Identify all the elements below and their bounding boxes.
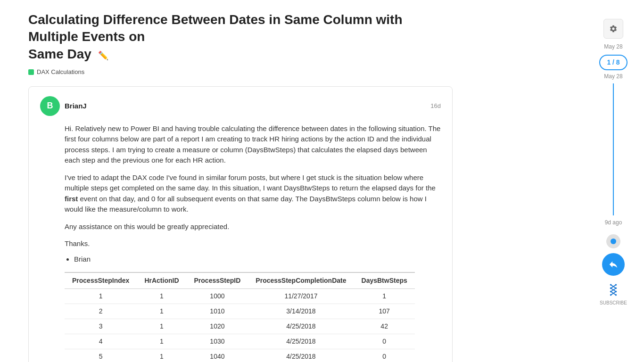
- table-cell-1: 1: [137, 349, 186, 362]
- table-cell-2: 1040: [187, 349, 248, 362]
- timeline-line: [613, 83, 614, 215]
- table-cell-0: 1: [65, 289, 137, 304]
- table-cell-0: 5: [65, 349, 137, 362]
- svg-point-3: [610, 288, 612, 289]
- data-table: ProcessStepIndex HrActionID ProcessStepI…: [65, 272, 415, 362]
- table-row: 4110304/25/20180: [65, 334, 415, 349]
- bullet-item: Brian: [74, 254, 441, 265]
- settings-button[interactable]: [603, 19, 623, 39]
- table-cell-3: 3/14/2018: [248, 304, 354, 319]
- svg-point-1: [615, 284, 617, 286]
- svg-point-6: [615, 294, 617, 296]
- post-header: B BrianJ 16d: [40, 96, 441, 116]
- svg-point-4: [610, 291, 612, 293]
- svg-point-0: [610, 284, 612, 286]
- table-cell-4: 1: [354, 289, 415, 304]
- svg-point-7: [610, 294, 612, 296]
- body-paragraph-4: Thanks.: [65, 239, 441, 249]
- avatar: B: [40, 96, 60, 116]
- bullet-list: Brian: [74, 254, 441, 265]
- col-header-4: ProcessStepCompletionDate: [248, 272, 354, 289]
- table-cell-1: 1: [137, 304, 186, 319]
- svg-point-2: [615, 288, 617, 289]
- subscribe-label: SUBSCRIBE: [600, 299, 627, 306]
- table-cell-0: 3: [65, 319, 137, 334]
- table-cell-1: 1: [137, 289, 186, 304]
- col-header-2: HrActionID: [137, 272, 186, 289]
- post-title: Calculating Difference Between Dates in …: [28, 11, 453, 63]
- table-cell-3: 4/25/2018: [248, 334, 354, 349]
- reply-button[interactable]: [602, 253, 625, 276]
- table-cell-3: 4/25/2018: [248, 349, 354, 362]
- table-cell-2: 1010: [187, 304, 248, 319]
- category-tag[interactable]: DAX Calculations: [28, 67, 84, 77]
- table-cell-4: 0: [354, 349, 415, 362]
- notification-dot-inner: [611, 239, 616, 244]
- table-cell-3: 11/27/2017: [248, 289, 354, 304]
- table-row: 5110404/25/20180: [65, 349, 415, 362]
- table-cell-2: 1020: [187, 319, 248, 334]
- col-header-3: ProcessStepID: [187, 272, 248, 289]
- table-cell-2: 1030: [187, 334, 248, 349]
- col-header-1: ProcessStepIndex: [65, 272, 137, 289]
- table-cell-1: 1: [137, 334, 186, 349]
- author-name[interactable]: BrianJ: [65, 101, 87, 112]
- post-card: B BrianJ 16d Hi. Relatively new to Power…: [28, 86, 453, 362]
- sidebar-date-mid: May 28: [604, 72, 622, 81]
- category-dot: [28, 69, 34, 75]
- table-row: 3110204/25/201842: [65, 319, 415, 334]
- post-time: 16d: [430, 101, 441, 111]
- subscribe-button[interactable]: SUBSCRIBE: [600, 281, 627, 306]
- table-row: 11100011/27/20171: [65, 289, 415, 304]
- sidebar-time-bottom: 9d ago: [605, 218, 622, 227]
- svg-point-5: [615, 291, 617, 293]
- sidebar-right: May 28 1 / 8 May 28 9d ago: [592, 9, 635, 316]
- table-cell-2: 1000: [187, 289, 248, 304]
- body-paragraph-3: Any assistance on this would be greatly …: [65, 222, 441, 232]
- body-paragraph-2: I've tried to adapt the DAX code I've fo…: [65, 173, 441, 215]
- table-cell-0: 2: [65, 304, 137, 319]
- notification-button[interactable]: [606, 234, 620, 248]
- body-paragraph-1: Hi. Relatively new to Power BI and havin…: [65, 123, 441, 166]
- table-row: 2110103/14/2018107: [65, 304, 415, 319]
- table-cell-4: 107: [354, 304, 415, 319]
- post-author: B BrianJ: [40, 96, 87, 116]
- category-label: DAX Calculations: [37, 67, 84, 77]
- sidebar-date-top: May 28: [604, 42, 622, 51]
- table-cell-4: 42: [354, 319, 415, 334]
- table-cell-4: 0: [354, 334, 415, 349]
- col-header-5: DaysBtwSteps: [354, 272, 415, 289]
- table-cell-1: 1: [137, 319, 186, 334]
- edit-icon[interactable]: ✏️: [98, 51, 108, 60]
- table-cell-3: 4/25/2018: [248, 319, 354, 334]
- table-cell-0: 4: [65, 334, 137, 349]
- pagination-badge[interactable]: 1 / 8: [599, 55, 627, 70]
- post-body: Hi. Relatively new to Power BI and havin…: [65, 123, 441, 362]
